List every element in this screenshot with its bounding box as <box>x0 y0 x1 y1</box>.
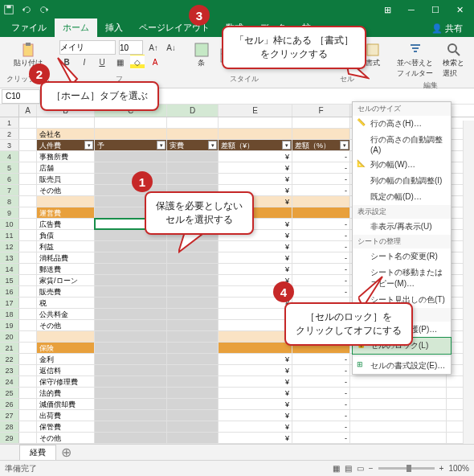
cell[interactable] <box>350 399 447 409</box>
cell[interactable] <box>167 376 219 387</box>
cell[interactable] <box>167 309 219 319</box>
cell[interactable]: - <box>292 162 350 173</box>
cell[interactable] <box>19 354 37 364</box>
cell[interactable]: - <box>292 219 350 229</box>
cell[interactable]: ¥ <box>219 376 292 387</box>
row-header[interactable]: 29 <box>0 433 19 443</box>
underline-button[interactable]: U <box>95 55 109 69</box>
cell[interactable] <box>167 275 219 285</box>
cell[interactable]: - <box>292 286 350 297</box>
cell[interactable] <box>19 433 37 443</box>
cell[interactable] <box>350 433 447 443</box>
cell[interactable] <box>95 320 167 330</box>
row-header[interactable]: 10 <box>0 219 19 229</box>
cell[interactable]: - <box>292 275 350 285</box>
cell[interactable] <box>167 174 219 184</box>
cell[interactable]: - <box>292 174 350 184</box>
cell[interactable]: - <box>292 185 350 195</box>
cell[interactable] <box>37 196 95 207</box>
cell[interactable] <box>219 343 292 353</box>
cell[interactable]: - <box>292 241 350 252</box>
cell[interactable] <box>292 207 350 218</box>
row-header[interactable]: 2 <box>0 129 19 139</box>
cell[interactable] <box>19 365 37 375</box>
font-size-select[interactable] <box>119 40 143 55</box>
cell[interactable] <box>167 433 219 443</box>
cell[interactable] <box>95 376 167 387</box>
row-header[interactable]: 9 <box>0 207 19 218</box>
cell[interactable]: 税 <box>37 298 95 308</box>
menu-autofit-row[interactable]: 行の高さの自動調整(A) <box>353 132 451 157</box>
row-header[interactable]: 26 <box>0 399 19 409</box>
cell[interactable]: 減価償却費 <box>37 399 95 409</box>
zoom-level[interactable]: 100% <box>448 464 469 473</box>
cell[interactable] <box>19 286 37 297</box>
cell[interactable] <box>19 421 37 432</box>
cell[interactable] <box>19 207 37 218</box>
row-header[interactable]: 5 <box>0 162 19 173</box>
cell[interactable] <box>95 129 167 139</box>
decrease-font-button[interactable]: A↓ <box>164 40 178 55</box>
cell[interactable]: - <box>292 252 350 263</box>
find-select-button[interactable]: 検索と 選択 <box>439 40 468 80</box>
cell[interactable]: 返信料 <box>37 365 95 375</box>
cell[interactable] <box>19 399 37 409</box>
cell[interactable]: 差額（%）▾ <box>292 140 350 150</box>
cell[interactable]: 家賃/ローン <box>37 275 95 285</box>
row-header[interactable]: 18 <box>0 309 19 319</box>
cell[interactable]: 保守/修理費 <box>37 376 95 387</box>
menu-row-height[interactable]: 📏行の高さ(H)… <box>353 116 451 132</box>
cell[interactable]: 公共料金 <box>37 309 95 319</box>
cell[interactable] <box>167 129 219 139</box>
new-sheet-button[interactable]: ⊕ <box>61 445 72 460</box>
cell[interactable] <box>95 151 167 162</box>
cell[interactable]: 郵送費 <box>37 264 95 274</box>
name-box[interactable]: C10 <box>2 89 40 104</box>
cell[interactable] <box>350 421 447 432</box>
cell[interactable] <box>167 410 219 421</box>
share-button[interactable]: 👤共有 <box>420 20 474 37</box>
cell[interactable]: - <box>292 399 350 409</box>
cell[interactable]: 人件費▾ <box>37 140 95 150</box>
col-header[interactable]: F <box>292 105 350 117</box>
cell[interactable]: - <box>292 388 350 398</box>
cell[interactable]: ¥ <box>219 421 292 432</box>
cell[interactable] <box>292 196 350 207</box>
col-header[interactable]: A <box>19 105 37 117</box>
sheet-tab[interactable]: 経費 <box>19 445 56 460</box>
window-options-icon[interactable]: ⊞ <box>376 1 398 18</box>
cell[interactable]: 差額（¥）▾ <box>219 140 292 150</box>
row-header[interactable]: 22 <box>0 354 19 364</box>
tab-home[interactable]: ホーム <box>55 18 97 37</box>
cell[interactable] <box>95 410 167 421</box>
row-header[interactable]: 28 <box>0 421 19 432</box>
menu-hide-unhide[interactable]: 非表示/再表示(U) <box>353 219 451 235</box>
cell[interactable] <box>37 117 95 128</box>
cell[interactable]: - <box>292 151 350 162</box>
cell[interactable]: 販売費 <box>37 286 95 297</box>
cell[interactable]: ¥ <box>219 433 292 443</box>
cell[interactable] <box>95 252 167 263</box>
cell[interactable] <box>95 275 167 285</box>
menu-autofit-col[interactable]: 列の幅の自動調整(I) <box>353 173 451 189</box>
cell[interactable] <box>19 196 37 207</box>
cell[interactable]: 実費▾ <box>167 140 219 150</box>
row-header[interactable]: 24 <box>0 376 19 387</box>
cell[interactable]: - <box>292 376 350 387</box>
cell[interactable]: ¥ <box>219 241 292 252</box>
close-button[interactable]: ✕ <box>448 1 471 18</box>
cell[interactable] <box>95 433 167 443</box>
select-all-corner[interactable] <box>0 105 19 117</box>
cell[interactable] <box>95 421 167 432</box>
row-header[interactable]: 17 <box>0 298 19 308</box>
row-header[interactable]: 14 <box>0 264 19 274</box>
row-header[interactable]: 27 <box>0 410 19 421</box>
cell[interactable]: 出荷費 <box>37 410 95 421</box>
cell[interactable] <box>19 388 37 398</box>
cell[interactable]: - <box>292 230 350 240</box>
cell[interactable] <box>19 252 37 263</box>
cell[interactable] <box>19 264 37 274</box>
redo-icon[interactable] <box>39 4 50 15</box>
cell[interactable] <box>95 298 167 308</box>
vertical-scrollbar[interactable] <box>463 121 474 444</box>
